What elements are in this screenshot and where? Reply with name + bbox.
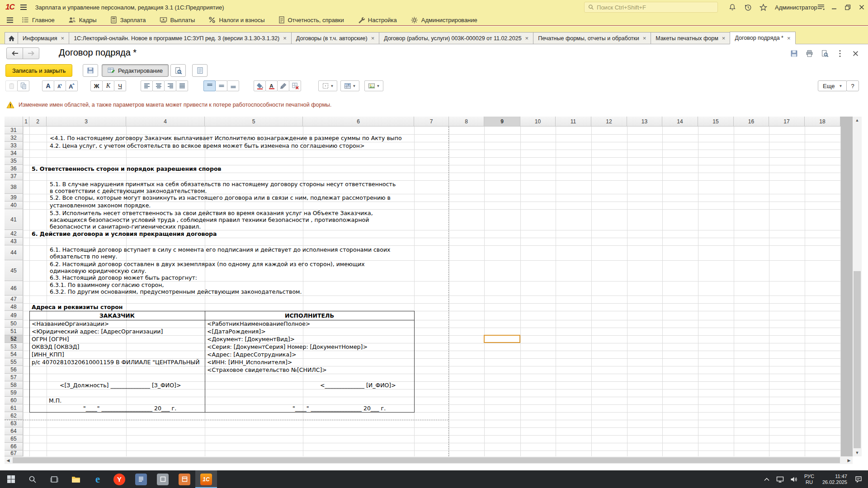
row-header-35[interactable]: 35: [5, 157, 23, 165]
row-header-52[interactable]: 52: [5, 335, 23, 343]
column-header-16[interactable]: 16: [734, 117, 769, 127]
action-center-icon[interactable]: [852, 470, 865, 488]
1c-enterprise-button[interactable]: 1С: [195, 470, 217, 488]
start-button[interactable]: [0, 470, 22, 488]
tab-close-icon[interactable]: ×: [787, 35, 791, 41]
gridline-v: [734, 127, 734, 456]
row-header-51[interactable]: 51: [5, 328, 23, 335]
taskbar-search-button[interactable]: [22, 470, 43, 488]
valign-top-button[interactable]: [203, 80, 216, 91]
column-header-6[interactable]: 6: [303, 117, 414, 127]
row-header-36[interactable]: 36: [5, 165, 23, 173]
tab-close-icon[interactable]: ×: [722, 35, 726, 41]
tab-close-icon[interactable]: ×: [371, 35, 375, 41]
column-header-15[interactable]: 15: [698, 117, 734, 127]
home-tab[interactable]: [5, 32, 18, 44]
column-header-2[interactable]: 2: [29, 117, 47, 127]
document-tab-2[interactable]: 1С:Лекторий-онлайн. Новое в программе 1С…: [69, 32, 292, 44]
gridline-h: [23, 245, 840, 246]
horizontal-scroll-thumb[interactable]: [13, 457, 840, 463]
document-tab-3[interactable]: Договоры (в т.ч. авторские)×: [291, 32, 379, 44]
app-gray-button[interactable]: [152, 470, 174, 488]
row-header-54[interactable]: 54: [5, 351, 23, 358]
row-header-53[interactable]: 53: [5, 343, 23, 351]
document-tab-6[interactable]: Макеты печатных форм×: [651, 32, 730, 44]
tab-label: Договоры (в т.ч. авторские): [296, 35, 368, 42]
row-header-49[interactable]: 49: [5, 311, 23, 320]
row-header-57[interactable]: 57: [5, 374, 23, 381]
row-header-65[interactable]: 65: [5, 435, 23, 443]
scroll-left-icon[interactable]: ◀: [5, 456, 12, 464]
row-header-58[interactable]: 58: [5, 381, 23, 389]
file-explorer-button[interactable]: [65, 470, 87, 488]
cell-text: <4.1. По настоящему договору Заказчик вы…: [50, 135, 411, 141]
row-header-39[interactable]: 39: [5, 194, 23, 202]
column-header-11[interactable]: 11: [556, 117, 591, 127]
row-header-37[interactable]: 37: [5, 173, 23, 180]
tab-close-icon[interactable]: ×: [643, 35, 646, 41]
column-header-1[interactable]: 1: [23, 117, 29, 127]
row-header-48[interactable]: 48: [5, 303, 23, 311]
column-header-4[interactable]: 4: [126, 117, 205, 127]
task-view-button[interactable]: [43, 470, 65, 488]
row-header-66[interactable]: 66: [5, 443, 23, 450]
column-header-18[interactable]: 18: [805, 117, 840, 127]
spreadsheet[interactable]: 1234567891011121314151617183132333435363…: [0, 0, 868, 470]
column-header-9[interactable]: 9: [484, 117, 520, 127]
language-indicator[interactable]: РУС RU: [801, 474, 818, 485]
row-header-46[interactable]: 46: [5, 281, 23, 296]
document-tab-7[interactable]: Договор подряда *×: [730, 32, 795, 44]
row-header-63[interactable]: 63: [5, 420, 23, 427]
app-blue-button[interactable]: [130, 470, 152, 488]
scroll-up-icon[interactable]: ▲: [853, 117, 862, 124]
row-header-64[interactable]: 64: [5, 427, 23, 435]
row-header-43[interactable]: 43: [5, 238, 23, 245]
row-header-55[interactable]: 55: [5, 358, 23, 366]
volume-icon[interactable]: [787, 470, 801, 488]
row-header-67[interactable]: 67: [5, 450, 23, 456]
corner-header[interactable]: [5, 117, 23, 127]
scroll-right-icon[interactable]: ▶: [845, 456, 853, 464]
document-tab-1[interactable]: Информация×: [18, 32, 69, 44]
row-header-47[interactable]: 47: [5, 296, 23, 303]
vertical-scroll-thumb[interactable]: [854, 271, 861, 448]
tray-expand-icon[interactable]: [760, 470, 774, 488]
clock[interactable]: 11:47 26.02.2025: [818, 474, 852, 485]
row-header-38[interactable]: 38: [5, 180, 23, 194]
row-header-59[interactable]: 59: [5, 389, 23, 397]
row-header-45[interactable]: 45: [5, 260, 23, 281]
edge-browser-button[interactable]: e: [87, 470, 108, 488]
app-orange-button[interactable]: [174, 470, 195, 488]
tab-close-icon[interactable]: ×: [525, 35, 529, 41]
document-tab-5[interactable]: Печатные формы, отчеты и обработки×: [533, 32, 651, 44]
column-header-17[interactable]: 17: [769, 117, 805, 127]
column-header-14[interactable]: 14: [662, 117, 698, 127]
row-header-56[interactable]: 56: [5, 366, 23, 374]
column-header-5[interactable]: 5: [205, 117, 303, 127]
document-tab-4[interactable]: Договор (работы, услуги) 003К-000029 от …: [379, 32, 533, 44]
column-header-3[interactable]: 3: [47, 117, 126, 127]
tab-close-icon[interactable]: ×: [61, 35, 65, 41]
column-header-13[interactable]: 13: [627, 117, 662, 127]
row-header-42[interactable]: 42: [5, 230, 23, 238]
column-header-7[interactable]: 7: [414, 117, 449, 127]
yandex-browser-button[interactable]: Y: [108, 470, 130, 488]
scroll-down-icon[interactable]: ▼: [853, 449, 862, 456]
tab-close-icon[interactable]: ×: [283, 35, 287, 41]
row-header-60[interactable]: 60: [5, 397, 23, 404]
row-header-44[interactable]: 44: [5, 245, 23, 260]
row-header-50[interactable]: 50: [5, 320, 23, 328]
row-header-31[interactable]: 31: [5, 127, 23, 134]
column-header-12[interactable]: 12: [591, 117, 627, 127]
row-header-40[interactable]: 40: [5, 202, 23, 209]
row-header-62[interactable]: 62: [5, 412, 23, 420]
column-header-8[interactable]: 8: [449, 117, 484, 127]
row-header-61[interactable]: 61: [5, 404, 23, 412]
active-cell[interactable]: [484, 335, 520, 343]
row-header-33[interactable]: 33: [5, 142, 23, 150]
row-header-41[interactable]: 41: [5, 209, 23, 230]
column-header-10[interactable]: 10: [520, 117, 556, 127]
row-header-34[interactable]: 34: [5, 150, 23, 157]
row-header-32[interactable]: 32: [5, 134, 23, 142]
network-icon[interactable]: [774, 470, 787, 488]
